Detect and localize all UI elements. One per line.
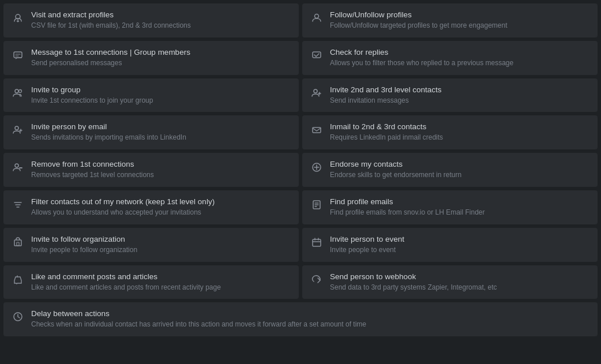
- card-message-1st[interactable]: Message to 1st connections | Group membe…: [3, 41, 299, 75]
- endorse-contacts-icon: [310, 161, 323, 174]
- visit-extract-title: Visit and extract profiles: [31, 10, 191, 19]
- card-invite-org[interactable]: Invite to follow organizationInvite peop…: [3, 228, 299, 262]
- invite-2nd-3rd-title: Invite 2nd and 3rd level contacts: [330, 85, 442, 94]
- like-comment-icon: [12, 273, 24, 286]
- filter-contacts-title: Filter contacts out of my network (keep …: [31, 197, 215, 206]
- invite-group-title: Invite to group: [31, 85, 153, 94]
- remove-connections-desc: Removes targeted 1st level connections: [31, 170, 154, 180]
- inmail-2nd-3rd-icon: [310, 123, 323, 136]
- card-visit-extract[interactable]: Visit and extract profilesCSV file for 1…: [3, 3, 299, 37]
- like-comment-title: Like and comment posts and articles: [31, 272, 221, 281]
- card-invite-2nd-3rd[interactable]: Invite 2nd and 3rd level contactsSend in…: [302, 78, 598, 112]
- card-endorse-contacts[interactable]: Endorse my contactsEndorse skills to get…: [302, 153, 598, 187]
- visit-extract-icon: [12, 12, 24, 24]
- invite-event-title: Invite person to event: [330, 235, 404, 243]
- invite-org-icon: [12, 236, 24, 249]
- remove-connections-icon: [12, 161, 24, 174]
- action-grid: Visit and extract profilesCSV file for 1…: [0, 0, 601, 340]
- send-webhook-desc: Send data to 3rd party systems Zapier, I…: [330, 283, 497, 292]
- card-follow-unfollow[interactable]: Follow/Unfollow profilesFollow/Unfollow …: [302, 3, 598, 37]
- like-comment-desc: Like and comment articles and posts from…: [31, 283, 221, 292]
- message-1st-icon: [12, 49, 24, 62]
- svg-rect-2: [14, 52, 22, 58]
- invite-group-desc: Invite 1st connections to join your grou…: [31, 96, 153, 106]
- invite-event-desc: Invite people to event: [330, 245, 404, 255]
- svg-rect-14: [313, 239, 321, 246]
- message-1st-desc: Send personalised messages: [31, 58, 190, 68]
- svg-point-4: [15, 89, 18, 93]
- delay-actions-title: Delay between actions: [31, 309, 366, 318]
- check-replies-icon: [310, 49, 323, 62]
- check-replies-title: Check for replies: [330, 48, 513, 57]
- card-remove-connections[interactable]: Remove from 1st connectionsRemoves targe…: [3, 153, 299, 187]
- svg-rect-13: [17, 242, 19, 246]
- filter-contacts-icon: [12, 198, 24, 211]
- invite-event-icon: [310, 236, 323, 249]
- invite-group-icon: [12, 87, 24, 99]
- card-like-comment[interactable]: Like and comment posts and articlesLike …: [3, 265, 299, 299]
- invite-email-title: Invite person by email: [31, 122, 186, 131]
- svg-point-6: [314, 89, 317, 93]
- endorse-contacts-desc: Endorse skills to get endorsement in ret…: [330, 170, 461, 180]
- svg-rect-12: [14, 240, 21, 246]
- card-delay-actions[interactable]: Delay between actionsChecks when an indi…: [3, 302, 598, 336]
- card-inmail-2nd-3rd[interactable]: Inmail to 2nd & 3rd contactsRequires Lin…: [302, 115, 598, 149]
- follow-unfollow-title: Follow/Unfollow profiles: [330, 10, 508, 19]
- invite-email-desc: Sends invitations by importing emails in…: [31, 133, 186, 142]
- send-webhook-icon: [310, 273, 323, 286]
- card-invite-group[interactable]: Invite to groupInvite 1st connections to…: [3, 78, 299, 112]
- follow-unfollow-icon: [310, 12, 323, 24]
- invite-email-icon: [12, 123, 24, 136]
- find-emails-title: Find profile emails: [330, 197, 485, 206]
- svg-rect-8: [313, 127, 321, 133]
- find-emails-desc: Find profile emails from snov.io or LH E…: [330, 208, 485, 217]
- visit-extract-desc: CSV file for 1st (with emails), 2nd & 3r…: [31, 21, 191, 31]
- invite-org-title: Invite to follow organization: [31, 235, 137, 243]
- endorse-contacts-title: Endorse my contacts: [330, 160, 461, 168]
- svg-point-7: [15, 126, 18, 130]
- svg-point-5: [19, 89, 22, 92]
- card-invite-event[interactable]: Invite person to eventInvite people to e…: [302, 228, 598, 262]
- check-replies-desc: Allows you to filter those who replied t…: [330, 58, 513, 68]
- inmail-2nd-3rd-desc: Requires LinkedIn paid inmail credits: [330, 133, 443, 142]
- message-1st-title: Message to 1st connections | Group membe…: [31, 48, 190, 57]
- card-filter-contacts[interactable]: Filter contacts out of my network (keep …: [3, 190, 299, 224]
- delay-actions-icon: [12, 310, 24, 323]
- invite-2nd-3rd-desc: Send invitation messages: [330, 96, 442, 106]
- invite-2nd-3rd-icon: [310, 87, 323, 99]
- send-webhook-title: Send person to webhook: [330, 272, 497, 281]
- invite-org-desc: Invite people to follow organization: [31, 245, 137, 255]
- svg-point-9: [15, 164, 18, 167]
- svg-point-1: [315, 14, 319, 18]
- card-send-webhook[interactable]: Send person to webhookSend data to 3rd p…: [302, 265, 598, 299]
- delay-actions-desc: Checks when an individual contact has ar…: [31, 320, 366, 329]
- filter-contacts-desc: Allows you to understand who accepted yo…: [31, 208, 215, 217]
- remove-connections-title: Remove from 1st connections: [31, 160, 154, 168]
- card-invite-email[interactable]: Invite person by emailSends invitations …: [3, 115, 299, 149]
- svg-rect-3: [313, 52, 321, 58]
- card-find-emails[interactable]: Find profile emailsFind profile emails f…: [302, 190, 598, 224]
- card-check-replies[interactable]: Check for repliesAllows you to filter th…: [302, 41, 598, 75]
- find-emails-icon: [310, 198, 323, 211]
- inmail-2nd-3rd-title: Inmail to 2nd & 3rd contacts: [330, 122, 443, 131]
- follow-unfollow-desc: Follow/Unfollow targeted profiles to get…: [330, 21, 508, 31]
